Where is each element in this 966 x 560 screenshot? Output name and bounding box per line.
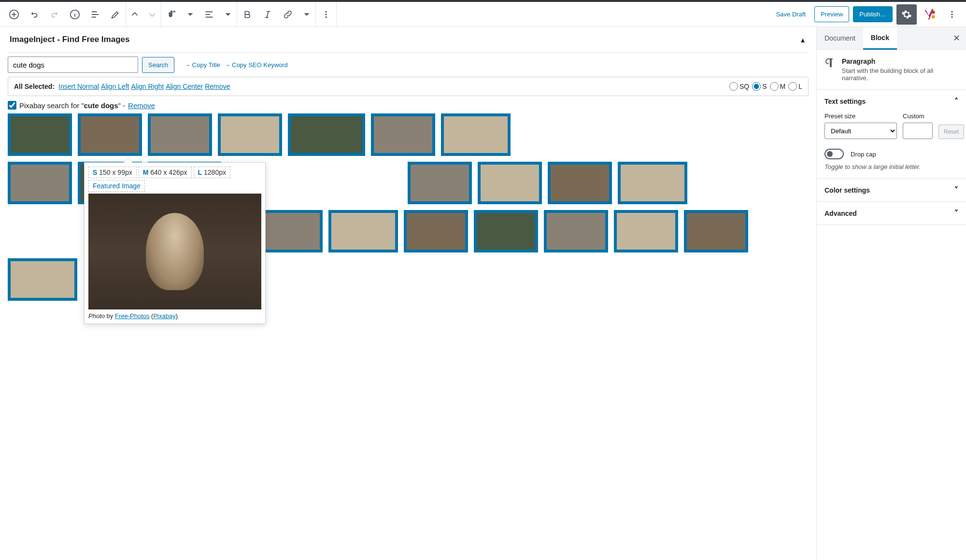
thumb[interactable] [478, 162, 542, 204]
thumb[interactable] [408, 162, 472, 204]
thumb[interactable] [614, 210, 678, 252]
thumb[interactable] [258, 210, 323, 252]
redo-button[interactable] [44, 4, 65, 25]
move-up-button[interactable] [126, 4, 143, 25]
close-sidebar-button[interactable]: ✕ [947, 33, 966, 43]
save-draft-link[interactable]: Save Draft [771, 7, 810, 22]
thumb[interactable] [404, 210, 468, 252]
size-sq-radio[interactable]: SQ [729, 82, 749, 91]
search-input[interactable] [8, 56, 138, 73]
block-more-button[interactable] [316, 4, 336, 25]
align-right-link[interactable]: Align Right [131, 83, 164, 90]
image-popover: S 150 x 99px M 640 x 426px L 1280px Feat… [84, 162, 266, 324]
align-left-link[interactable]: Align Left [101, 83, 129, 90]
thumb[interactable] [288, 113, 365, 156]
thumb[interactable] [148, 113, 212, 156]
thumb[interactable] [548, 162, 612, 204]
tab-document[interactable]: Document [817, 28, 863, 49]
svg-point-5 [932, 10, 935, 14]
align-button[interactable] [199, 4, 219, 25]
text-settings-header[interactable]: Text settings˄ [817, 90, 966, 112]
outline-button[interactable] [85, 4, 105, 25]
add-block-button[interactable] [4, 4, 24, 25]
size-l-radio[interactable]: L [788, 82, 802, 91]
chevron-up-icon: ˄ [954, 97, 958, 106]
edit-button[interactable] [105, 4, 126, 25]
copy-title-link[interactable]: → Copy Title [184, 61, 220, 69]
block-type-dropdown[interactable] [182, 4, 199, 25]
preset-size-label: Preset size [824, 112, 897, 120]
popover-preview [88, 194, 261, 309]
settings-button[interactable] [896, 4, 917, 25]
svg-point-6 [932, 15, 935, 18]
bold-button[interactable] [237, 4, 257, 25]
insert-normal-link[interactable]: Insert Normal [58, 83, 99, 90]
svg-point-8 [951, 14, 952, 15]
thumb[interactable] [544, 210, 608, 252]
move-down-button[interactable] [143, 4, 161, 25]
source-remove-link[interactable]: Remove [128, 101, 155, 110]
editor-toolbar: Save Draft Preview Publish… [0, 0, 966, 27]
svg-point-3 [325, 14, 327, 15]
thumb-gap [516, 113, 748, 156]
source-link[interactable]: Pixabay [153, 312, 175, 320]
custom-size-label: Custom [903, 112, 933, 120]
more-format-dropdown[interactable] [298, 4, 315, 25]
featured-image-chip[interactable]: Featured Image [88, 180, 145, 192]
settings-sidebar: Document Block ✕ Paragraph Start with th… [816, 27, 966, 560]
source-label: Pixabay search for "cute dogs" - [19, 101, 125, 110]
remove-link[interactable]: Remove [205, 83, 230, 90]
thumb[interactable] [8, 162, 72, 204]
link-button[interactable] [278, 4, 298, 25]
align-center-link[interactable]: Align Center [166, 83, 203, 90]
thumb[interactable] [618, 162, 687, 204]
copy-seo-link[interactable]: → Copy SEO Keyword [224, 61, 288, 69]
size-s-radio[interactable]: S [752, 82, 767, 91]
search-button[interactable]: Search [142, 57, 174, 73]
collapse-icon[interactable]: ▴ [801, 35, 805, 44]
tab-block[interactable]: Block [863, 27, 897, 50]
size-l-chip[interactable]: L 1280px [194, 167, 230, 178]
svg-point-2 [325, 11, 327, 12]
all-selected-label: All Selected: [14, 83, 55, 90]
italic-button[interactable] [257, 4, 278, 25]
color-settings-header[interactable]: Color settings˅ [817, 179, 966, 201]
yoast-icon[interactable] [921, 6, 938, 23]
advanced-header[interactable]: Advanced˅ [817, 202, 966, 224]
photo-credit: Photo by Free-Photos (Pixabay) [88, 309, 261, 320]
custom-size-input[interactable] [903, 123, 933, 139]
publish-button[interactable]: Publish… [853, 6, 893, 22]
dropcap-hint: Toggle to show a large initial letter. [824, 163, 958, 170]
thumb[interactable] [218, 113, 282, 156]
reset-button[interactable]: Reset [938, 125, 964, 139]
size-m-radio[interactable]: M [770, 82, 786, 91]
thumb[interactable] [8, 113, 72, 156]
size-s-chip[interactable]: S 150 x 99px [88, 167, 137, 178]
selection-bar: All Selected: Insert Normal Align Left A… [8, 77, 809, 96]
chevron-down-icon: ˅ [954, 185, 958, 195]
author-link[interactable]: Free-Photos [115, 312, 150, 320]
thumb[interactable] [8, 258, 77, 301]
thumb[interactable] [78, 113, 142, 156]
editor-more-button[interactable] [942, 4, 962, 25]
thumb[interactable] [474, 210, 538, 252]
chevron-down-icon: ˅ [954, 209, 958, 218]
block-description: Start with the building block of all nar… [842, 67, 958, 82]
thumbnail-grid: S 150 x 99px M 640 x 426px L 1280px Feat… [8, 113, 809, 301]
thumb[interactable] [684, 210, 748, 252]
panel-title: ImageInject - Find Free Images [10, 35, 129, 44]
thumb[interactable] [371, 113, 435, 156]
block-type-button[interactable] [161, 4, 182, 25]
thumb[interactable] [328, 210, 398, 252]
dropcap-toggle[interactable] [824, 149, 844, 159]
preview-button[interactable]: Preview [814, 6, 849, 22]
thumb[interactable] [441, 113, 511, 156]
info-button[interactable] [65, 4, 85, 25]
undo-button[interactable] [24, 4, 44, 25]
preset-size-select[interactable]: Default [824, 123, 897, 139]
size-m-chip[interactable]: M 640 x 426px [139, 167, 192, 178]
source-checkbox[interactable] [8, 101, 16, 110]
align-dropdown[interactable] [219, 4, 237, 25]
svg-point-9 [951, 16, 952, 17]
svg-point-4 [325, 16, 327, 17]
